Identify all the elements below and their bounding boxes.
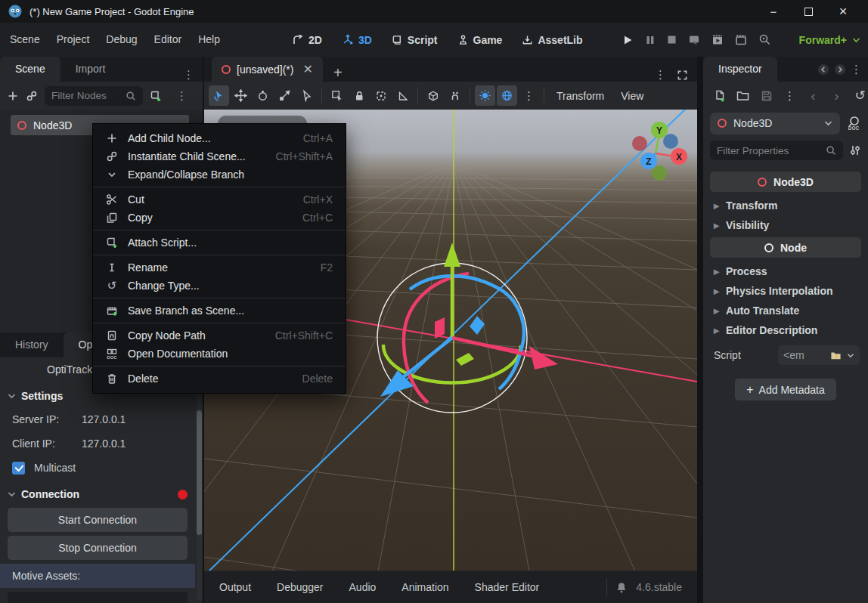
- menu-editor[interactable]: Editor: [146, 23, 191, 57]
- workspace-2d[interactable]: 2D: [286, 34, 328, 46]
- menu-item-instantiate-child-scene[interactable]: Instantiate Child Scene... Ctrl+Shift+A: [93, 147, 346, 165]
- expand-viewport-icon[interactable]: [677, 70, 688, 81]
- menu-item-rename[interactable]: Rename F2: [93, 258, 346, 277]
- tab-inspector[interactable]: Inspector: [703, 57, 777, 82]
- snap-cube-button[interactable]: [423, 85, 443, 106]
- filter-properties-input[interactable]: [717, 145, 826, 156]
- axis-ball-negative-y[interactable]: [652, 165, 667, 181]
- menu-item-add-child-node[interactable]: Add Child Node... Ctrl+A: [93, 129, 346, 147]
- scale-mode-button[interactable]: [274, 85, 295, 106]
- transform-menu[interactable]: Transform: [549, 90, 612, 102]
- object-history-icon[interactable]: ↺: [848, 85, 868, 106]
- stop-connection-button[interactable]: Stop Connection: [8, 536, 188, 560]
- version-label[interactable]: 4.6.stable: [636, 581, 682, 593]
- tab-import[interactable]: Import: [60, 57, 121, 82]
- connection-section-header[interactable]: Connection: [0, 483, 195, 506]
- section-visibility[interactable]: ▸ Visibility: [710, 215, 861, 235]
- new-scene-tab-button[interactable]: +: [323, 64, 353, 82]
- prev-tab-icon[interactable]: [817, 63, 829, 76]
- menu-item-save-branch-as-scene[interactable]: Save Branch as Scene...: [93, 302, 346, 320]
- section-transform[interactable]: ▸ Transform: [710, 196, 861, 215]
- history-back-icon[interactable]: ‹: [801, 85, 825, 106]
- tab-shader-editor[interactable]: Shader Editor: [475, 581, 540, 593]
- multicast-checkbox[interactable]: [12, 462, 25, 475]
- group-button[interactable]: [370, 85, 391, 106]
- axis-ball-negative-z[interactable]: [663, 134, 678, 149]
- menu-item-attach-script[interactable]: Attach Script...: [93, 233, 346, 252]
- menu-item-copy[interactable]: Copy Ctrl+C: [93, 209, 346, 227]
- tab-debugger[interactable]: Debugger: [277, 581, 324, 593]
- tab-animation[interactable]: Animation: [401, 581, 448, 593]
- menu-scene[interactable]: Scene: [2, 23, 48, 57]
- client-ip-value[interactable]: 127.0.0.1: [82, 438, 126, 450]
- scene-tree-options-icon[interactable]: ⋮: [169, 89, 196, 103]
- workspace-3d[interactable]: 3D: [336, 34, 378, 46]
- remote-debug-icon[interactable]: [688, 34, 700, 46]
- instantiate-scene-button[interactable]: [26, 90, 38, 102]
- selection-tool-button[interactable]: [296, 85, 317, 106]
- filter-nodes-input[interactable]: [51, 90, 126, 101]
- menu-item-change-type[interactable]: ↺ Change Type...: [93, 277, 346, 295]
- preview-environment-toggle[interactable]: [497, 85, 517, 106]
- stop-button[interactable]: [667, 35, 677, 45]
- category-node[interactable]: Node: [710, 237, 861, 258]
- attach-script-button[interactable]: [150, 90, 162, 102]
- section-physics-interpolation[interactable]: ▸ Physics Interpolation: [710, 281, 861, 301]
- workspace-game[interactable]: Game: [451, 34, 509, 46]
- script-value-dropdown[interactable]: <em: [778, 345, 860, 365]
- new-resource-button[interactable]: [708, 85, 731, 106]
- preview-options-icon[interactable]: ⋮: [519, 85, 539, 106]
- add-node-button[interactable]: [7, 90, 19, 102]
- menu-debug[interactable]: Debug: [98, 23, 145, 57]
- quick-load-icon[interactable]: [830, 351, 842, 360]
- load-resource-button[interactable]: [731, 85, 755, 106]
- tab-scene[interactable]: Scene: [0, 57, 60, 82]
- play-movie-button[interactable]: [711, 34, 724, 46]
- rotate-mode-button[interactable]: [253, 85, 273, 106]
- skeleton-options-button[interactable]: [445, 85, 465, 106]
- tab-history[interactable]: History: [0, 332, 64, 357]
- select-mode-button[interactable]: [209, 85, 229, 106]
- resource-options-icon[interactable]: ⋮: [778, 85, 801, 106]
- preview-sun-toggle[interactable]: [475, 85, 495, 106]
- menu-help[interactable]: Help: [190, 23, 228, 57]
- chevron-down-icon[interactable]: [847, 353, 854, 358]
- menu-item-cut[interactable]: Cut Ctrl+X: [93, 190, 346, 209]
- ruler-button[interactable]: [392, 85, 413, 106]
- maximize-button[interactable]: [791, 0, 826, 23]
- history-forward-icon[interactable]: ›: [825, 85, 848, 106]
- profiler-search-icon[interactable]: [758, 33, 771, 46]
- notification-bell-icon[interactable]: [616, 582, 627, 593]
- close-tab-icon[interactable]: ✕: [302, 62, 312, 76]
- section-editor-description[interactable]: ▸ Editor Description: [710, 320, 861, 340]
- movie-writer-button[interactable]: [735, 34, 747, 46]
- next-tab-icon[interactable]: [834, 63, 846, 76]
- menu-item-copy-node-path[interactable]: Copy Node Path Ctrl+Shift+C: [93, 326, 346, 345]
- minimize-button[interactable]: −: [756, 0, 791, 23]
- category-node3d[interactable]: Node3D: [710, 172, 861, 192]
- scene-tab-unsaved[interactable]: [unsaved](*) ✕: [212, 57, 323, 82]
- edited-object-dropdown[interactable]: Node3D: [710, 113, 840, 135]
- section-auto-translate[interactable]: ▸ Auto Translate: [710, 301, 861, 320]
- open-docs-icon[interactable]: DOC: [846, 115, 861, 131]
- server-ip-value[interactable]: 127.0.0.1: [82, 413, 126, 425]
- dock-options-icon[interactable]: ⋮: [851, 63, 862, 76]
- menu-project[interactable]: Project: [48, 23, 98, 57]
- menu-item-expand-collapse-branch[interactable]: Expand/Collapse Branch: [93, 165, 346, 184]
- dock-options-icon[interactable]: ⋮: [175, 68, 203, 82]
- save-resource-button[interactable]: [755, 85, 778, 106]
- workspace-assetlib[interactable]: AssetLib: [516, 34, 588, 46]
- menu-item-delete[interactable]: Delete Delete: [93, 370, 346, 388]
- start-connection-button[interactable]: Start Connection: [8, 508, 188, 532]
- view-menu[interactable]: View: [613, 90, 651, 102]
- move-mode-button[interactable]: [231, 85, 251, 106]
- property-tools-icon[interactable]: [849, 144, 861, 156]
- tab-audio[interactable]: Audio: [349, 581, 377, 593]
- axis-ball-negative-x[interactable]: [632, 136, 647, 151]
- renderer-selector[interactable]: Forward+: [799, 23, 860, 57]
- play-button[interactable]: [622, 34, 634, 46]
- tab-list-options-icon[interactable]: ⋮: [655, 68, 666, 82]
- menu-item-open-documentation[interactable]: DOC Open Documentation: [93, 345, 346, 363]
- close-button[interactable]: ×: [826, 0, 860, 23]
- add-metadata-button[interactable]: + Add Metadata: [735, 379, 836, 400]
